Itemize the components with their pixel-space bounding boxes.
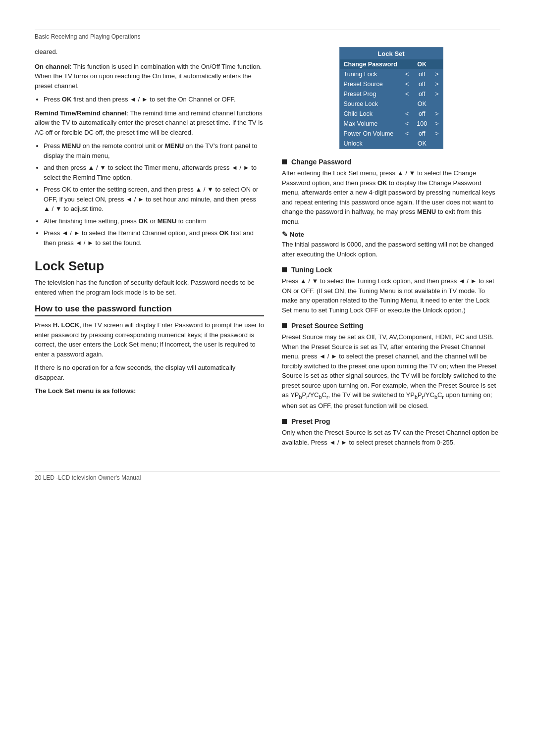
row-left: <	[401, 89, 413, 99]
row-right	[431, 139, 442, 149]
on-channel-bullet1: Press OK first and then press ◄ / ► to s…	[44, 95, 264, 104]
breadcrumb: Basic Receiving and Playing Operations	[35, 33, 500, 40]
cleared-text: cleared.	[35, 47, 264, 57]
row-left: <	[401, 109, 413, 119]
remind-bullet-3: Press OK to enter the setting screen, an…	[44, 185, 264, 214]
remind-bullet-4: After finishing time setting, press OK o…	[44, 216, 264, 226]
row-label: Max Volume	[340, 119, 401, 129]
table-row: Preset Prog < off >	[340, 89, 443, 99]
row-value: off	[413, 109, 431, 119]
row-left	[401, 139, 413, 149]
on-channel-label: On channel	[35, 63, 70, 70]
change-password-heading-text: Change Password	[291, 158, 351, 166]
row-right: >	[431, 109, 442, 119]
on-channel-para: On channel: This function is used in com…	[35, 62, 264, 91]
row-value: off	[413, 129, 431, 139]
row-right: >	[431, 89, 442, 99]
change-password-text: After entering the Lock Set menu, press …	[282, 168, 500, 226]
preset-prog-heading: Preset Prog	[282, 417, 500, 425]
row-left: <	[401, 119, 413, 129]
row-value: off	[413, 69, 431, 79]
square-icon-4	[282, 419, 287, 424]
change-password-heading: Change Password	[282, 158, 500, 166]
header-rule	[35, 30, 500, 30]
tuning-lock-text: Press ▲ / ▼ to select the Tuning Lock op…	[282, 276, 500, 315]
password-function-desc: Press H. LOCK, the TV screen will displa…	[35, 320, 264, 359]
password-function-title: How to use the password function	[35, 304, 264, 316]
lock-set-label: The Lock Set menu is as follows:	[35, 386, 264, 396]
on-channel-list: Press OK first and then press ◄ / ► to s…	[44, 95, 264, 104]
row-value: OK	[413, 139, 431, 149]
preset-source-heading: Preset Source Setting	[282, 322, 500, 330]
row-label: Unlock	[340, 139, 401, 149]
lock-setup-title: Lock Setup	[35, 258, 264, 274]
row-right: >	[431, 79, 442, 89]
note-heading-text: Note	[290, 231, 304, 238]
pencil-icon: ✎	[282, 230, 288, 238]
two-col-layout: cleared. On channel: This function is us…	[35, 47, 500, 451]
remind-bullet-2: and then press ▲ / ▼ to select the Timer…	[44, 163, 264, 182]
tuning-lock-heading-text: Tuning Lock	[291, 266, 332, 274]
footer-rule	[35, 471, 500, 471]
row-left	[401, 99, 413, 109]
remind-para: Remind Time/Remind channel: The remind t…	[35, 108, 264, 138]
row-right	[431, 99, 442, 109]
note-text: The initial password is 0000, and the pa…	[282, 240, 500, 259]
preset-source-heading-text: Preset Source Setting	[291, 322, 364, 330]
row-value: OK	[413, 99, 431, 109]
row-right: >	[431, 119, 442, 129]
row-value: off	[413, 79, 431, 89]
table-row: Source Lock OK	[340, 99, 443, 109]
row-left: <	[401, 79, 413, 89]
square-icon-3	[282, 323, 287, 328]
row-value: 100	[413, 119, 431, 129]
row-right: >	[431, 69, 442, 79]
lock-set-table: Lock Set Change Password OK Tuning Lock …	[339, 47, 443, 149]
note-heading: ✎ Note	[282, 230, 500, 238]
preset-source-text: Preset Source may be set as Off, TV, AV,…	[282, 332, 500, 410]
table-row: Unlock OK	[340, 139, 443, 149]
row-left: <	[401, 129, 413, 139]
lock-set-header-row: Change Password OK	[340, 59, 443, 69]
footer-page: 20 LED -LCD television Owner's Manual	[35, 474, 141, 481]
header-col1: Change Password	[340, 59, 401, 69]
row-label: Preset Source	[340, 79, 401, 89]
table-row: Max Volume < 100 >	[340, 119, 443, 129]
square-icon-2	[282, 267, 287, 272]
row-right: >	[431, 129, 442, 139]
note-section: ✎ Note The initial password is 0000, and…	[282, 230, 500, 259]
tuning-lock-heading: Tuning Lock	[282, 266, 500, 274]
row-left: <	[401, 69, 413, 79]
table-row: Child Lock < off >	[340, 109, 443, 119]
table-row: Preset Source < off >	[340, 79, 443, 89]
row-label: Tuning Lock	[340, 69, 401, 79]
lock-set-table-content: Change Password OK Tuning Lock < off > P…	[340, 59, 443, 149]
preset-prog-heading-text: Preset Prog	[291, 417, 330, 425]
row-label: Child Lock	[340, 109, 401, 119]
password-function-desc2: If there is no operation for a few secon…	[35, 363, 264, 382]
right-column: Lock Set Change Password OK Tuning Lock …	[282, 47, 500, 451]
table-row: Power On Volume < off >	[340, 129, 443, 139]
remind-label: Remind Time/Remind channel	[35, 109, 126, 117]
row-label: Power On Volume	[340, 129, 401, 139]
remind-list: Press MENU on the remote control unit or…	[44, 141, 264, 248]
lock-set-table-title: Lock Set	[340, 48, 443, 59]
remind-bullet-1: Press MENU on the remote control unit or…	[44, 141, 264, 160]
remind-bullet-5: Press ◄ / ► to select the Remind Channel…	[44, 228, 264, 248]
header-col2: OK	[401, 59, 443, 69]
table-row: Tuning Lock < off >	[340, 69, 443, 79]
row-label: Source Lock	[340, 99, 401, 109]
left-column: cleared. On channel: This function is us…	[35, 47, 264, 451]
lock-setup-desc: The television has the function of secur…	[35, 278, 264, 297]
page: Basic Receiving and Playing Operations c…	[0, 0, 535, 756]
footer: 20 LED -LCD television Owner's Manual	[35, 474, 500, 481]
row-label: Preset Prog	[340, 89, 401, 99]
square-icon	[282, 159, 287, 164]
row-value: off	[413, 89, 431, 99]
preset-prog-text: Only when the Preset Source is set as TV…	[282, 428, 500, 447]
